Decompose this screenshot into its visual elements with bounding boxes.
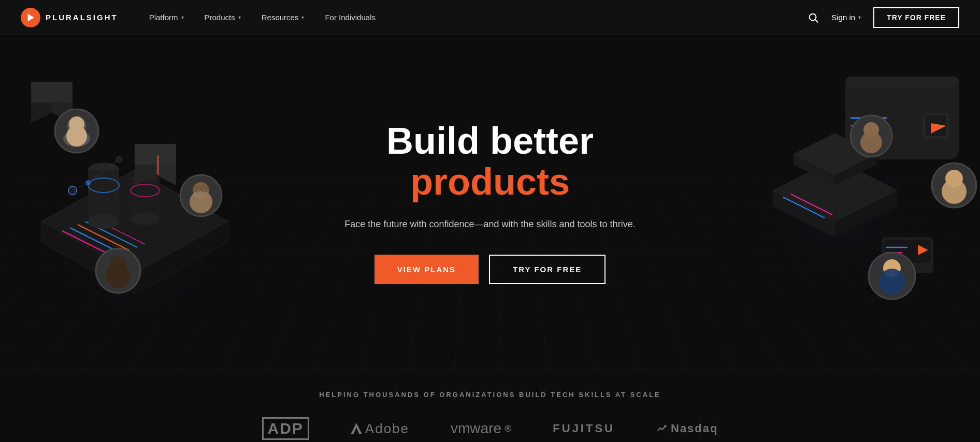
try-for-free-hero-button[interactable]: TRY FOR FREE [489,255,606,284]
hero-content: Build better products Face the future wi… [344,121,635,284]
chevron-down-icon: ▾ [301,14,304,20]
logo-vmware: vmware ® [451,420,511,437]
logos-bar: HELPING THOUSANDS OF ORGANIZATIONS BUILD… [0,370,980,442]
svg-point-44 [106,263,131,288]
svg-marker-31 [31,82,73,102]
svg-point-18 [131,213,160,225]
svg-point-1 [810,13,816,20]
svg-marker-0 [28,13,35,21]
logo-text: PLURALSIGHT [46,13,118,22]
logos-bar-heading: HELPING THOUSANDS OF ORGANIZATIONS BUILD… [0,391,980,399]
nav-platform[interactable]: Platform ▾ [139,0,194,35]
svg-marker-23 [157,155,158,175]
chevron-down-icon: ▾ [858,14,861,20]
svg-point-36 [66,126,87,146]
search-icon [808,12,819,23]
nav-links: Platform ▾ Products ▾ Resources ▾ For In… [139,0,808,35]
nav-for-individuals[interactable]: For Individuals [314,0,386,35]
chevron-down-icon: ▾ [181,14,184,20]
svg-marker-75 [351,423,362,434]
nav-resources[interactable]: Resources ▾ [251,0,315,35]
logo-fujitsu: FUJITSU [553,422,615,435]
view-plans-button[interactable]: VIEW PLANS [374,255,479,284]
svg-line-2 [815,20,818,22]
logo-link[interactable]: PLURALSIGHT [21,8,118,27]
signin-button[interactable]: Sign in ▾ [831,13,861,22]
nav-right-actions: Sign in ▾ TRY FOR FREE [808,7,959,28]
nasdaq-icon [656,423,668,434]
hero-illustration-right [700,35,980,335]
navigation: PLURALSIGHT Platform ▾ Products ▾ Resour… [0,0,980,35]
svg-marker-22 [135,144,176,165]
svg-point-74 [879,269,905,294]
chevron-down-icon: ▾ [238,14,241,20]
svg-point-14 [88,214,119,229]
logo-adobe: Adobe [351,421,409,437]
hero-section: Build better products Face the future wi… [0,35,980,370]
logo-icon [21,8,40,27]
adobe-icon [351,423,362,434]
play-icon [26,13,35,22]
svg-point-71 [942,179,967,204]
logo-adp: ADP [262,417,309,440]
search-button[interactable] [808,12,819,23]
svg-point-68 [860,131,882,153]
hero-subtitle: Face the future with confidence—and with… [344,217,635,232]
logos-row: ADP Adobe vmware ® FUJITSU Nasdaq [0,417,980,440]
hero-illustration-left [0,35,269,335]
logo-nasdaq: Nasdaq [656,422,718,435]
hero-title: Build better products [344,121,635,202]
svg-point-39 [190,190,212,213]
nav-products[interactable]: Products ▾ [194,0,251,35]
try-for-free-nav-button[interactable]: TRY FOR FREE [873,7,959,28]
hero-buttons: VIEW PLANS TRY FOR FREE [344,255,635,284]
svg-rect-47 [845,77,959,87]
